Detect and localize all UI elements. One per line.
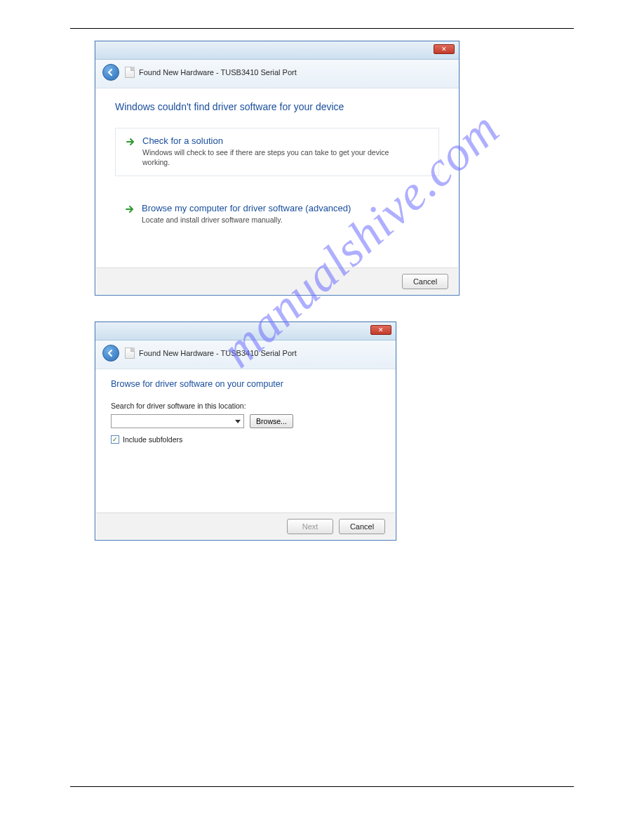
arrow-right-icon (126, 137, 135, 147)
option-text: Browse my computer for driver software (… (142, 203, 351, 225)
found-new-hardware-dialog-2: ✕ Found New Hardware - TUSB3410 Serial P… (95, 322, 396, 541)
option-title: Check for a solution (142, 135, 395, 146)
window-title: Found New Hardware - TUSB3410 Serial Por… (139, 349, 297, 357)
window-title: Found New Hardware - TUSB3410 Serial Por… (139, 68, 297, 77)
next-button[interactable]: Next (287, 519, 333, 534)
device-icon (125, 348, 135, 359)
include-subfolders-row[interactable]: ✓ Include subfolders (111, 435, 380, 444)
checkbox-checked-icon[interactable]: ✓ (111, 435, 119, 444)
option-description: Windows will check to see if there are s… (142, 147, 395, 167)
option-browse-computer[interactable]: Browse my computer for driver software (… (115, 196, 439, 233)
dialog-header: Found New Hardware - TUSB3410 Serial Por… (95, 60, 459, 88)
device-icon (125, 67, 135, 78)
dialog-header: Found New Hardware - TUSB3410 Serial Por… (95, 340, 396, 369)
dialog-footer: Cancel (96, 267, 458, 294)
main-heading: Browse for driver software on your compu… (111, 379, 380, 389)
search-location-label: Search for driver software in this locat… (111, 402, 380, 410)
dialog-body: Browse for driver software on your compu… (95, 369, 396, 508)
page-top-rule (70, 28, 574, 29)
location-combobox[interactable] (111, 414, 244, 428)
back-arrow-icon (107, 68, 115, 77)
dialog-body: Windows couldn't find driver software fo… (95, 88, 459, 263)
option-text: Check for a solution Windows will check … (142, 135, 395, 167)
titlebar: ✕ (95, 41, 459, 60)
arrow-right-icon (125, 204, 135, 214)
dialog-footer: Next Cancel (96, 512, 395, 539)
titlebar: ✕ (95, 322, 396, 340)
browse-button[interactable]: Browse... (250, 414, 293, 428)
back-button[interactable] (102, 345, 119, 362)
include-subfolders-label: Include subfolders (123, 435, 182, 444)
location-row: Browse... (111, 414, 380, 428)
cancel-button[interactable]: Cancel (402, 274, 448, 289)
page-bottom-rule (70, 786, 574, 787)
back-button[interactable] (102, 64, 119, 81)
close-button[interactable]: ✕ (370, 325, 391, 335)
main-heading: Windows couldn't find driver software fo… (115, 101, 439, 112)
back-arrow-icon (107, 349, 115, 357)
cancel-button[interactable]: Cancel (339, 519, 385, 534)
option-title: Browse my computer for driver software (… (142, 203, 351, 213)
option-description: Locate and install driver software manua… (142, 215, 351, 225)
close-button[interactable]: ✕ (434, 44, 455, 54)
option-check-solution[interactable]: Check for a solution Windows will check … (115, 128, 439, 176)
found-new-hardware-dialog-1: ✕ Found New Hardware - TUSB3410 Serial P… (95, 41, 459, 296)
